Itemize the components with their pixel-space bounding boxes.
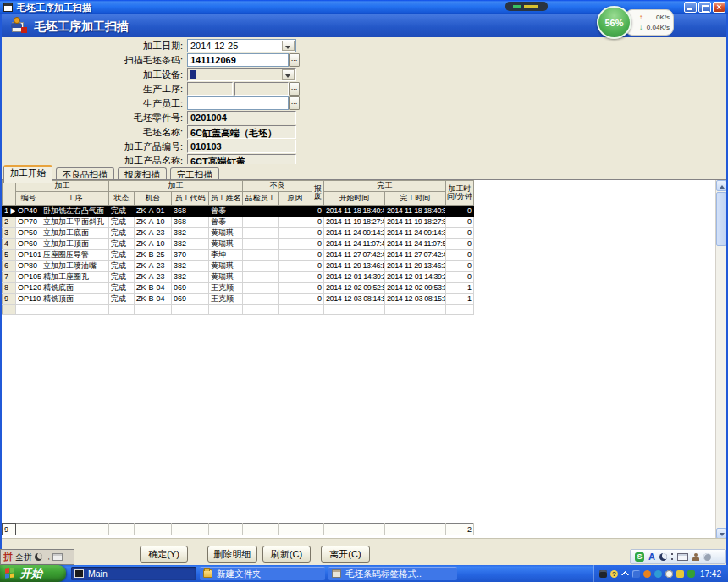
- tray-windows-icon[interactable]: [632, 570, 640, 578]
- cell-proc_code[interactable]: OP60: [16, 239, 41, 250]
- cell-machine[interactable]: ZK-A-23: [135, 261, 172, 272]
- tray-help-icon[interactable]: ?: [610, 570, 618, 578]
- cell-minutes[interactable]: 0: [446, 228, 474, 239]
- cell-emp_code[interactable]: 368: [172, 217, 209, 228]
- cell-qc[interactable]: [243, 283, 279, 294]
- cell-proc[interactable]: [41, 305, 109, 315]
- cell-qc[interactable]: [243, 250, 279, 261]
- cell-proc_code[interactable]: OP50: [16, 228, 41, 239]
- memory-gauge-ball[interactable]: 56%: [597, 6, 631, 39]
- cell-end[interactable]: 2014-11-24 11:07:52: [385, 239, 446, 250]
- cell-proc_code[interactable]: [16, 305, 41, 315]
- cell-reason[interactable]: [279, 239, 312, 250]
- cell-start[interactable]: 2014-11-29 13:46:10: [324, 261, 385, 272]
- table-row[interactable]: 2OP70立加加工平面斜孔完成ZK-A-10368曾泰02014-11-19 1…: [3, 217, 474, 228]
- cell-end[interactable]: [385, 305, 446, 315]
- cell-scrap[interactable]: 0: [312, 261, 324, 272]
- cell-machine[interactable]: [135, 305, 172, 315]
- cell-emp_code[interactable]: 382: [172, 228, 209, 239]
- cell-proc_code[interactable]: OP101: [16, 250, 41, 261]
- barcode-browse-button[interactable]: ...: [289, 53, 300, 67]
- cell-minutes[interactable]: 0: [446, 250, 474, 261]
- cell-proc[interactable]: 立加加工顶面: [41, 239, 109, 250]
- cell-minutes[interactable]: 0: [446, 217, 474, 228]
- cell-proc[interactable]: 卧加铣左右凸气面: [41, 206, 109, 217]
- tray-keyboard-icon[interactable]: [599, 570, 607, 578]
- cell-proc_code[interactable]: OP40: [16, 206, 41, 217]
- refresh-button[interactable]: 刷新(C): [262, 546, 311, 563]
- cell-end[interactable]: 2014-12-02 09:53:05: [385, 283, 446, 294]
- cell-scrap[interactable]: 0: [312, 283, 324, 294]
- ime-punct-icon[interactable]: ·‚: [45, 553, 50, 561]
- table-row[interactable]: 9OP110精铣顶面完成ZK-B-04069王克顺02014-12-03 08:…: [3, 294, 474, 305]
- cell-emp_code[interactable]: 069: [172, 283, 209, 294]
- cell-proc_code[interactable]: OP80: [16, 261, 41, 272]
- cell-start[interactable]: 2014-12-01 14:39:22: [324, 272, 385, 283]
- cell-scrap[interactable]: [312, 305, 324, 315]
- cell-reason[interactable]: [279, 206, 312, 217]
- lang-a-icon[interactable]: A: [648, 552, 655, 562]
- cell-emp_name[interactable]: 黄瑞琪: [209, 239, 243, 250]
- cell-proc_code[interactable]: OP110: [16, 294, 41, 305]
- leave-button[interactable]: 离开(C): [321, 546, 370, 563]
- cell-qc[interactable]: [243, 206, 279, 217]
- cell-machine[interactable]: ZK-A-01: [135, 206, 172, 217]
- cell-proc[interactable]: 压座圈压导管: [41, 250, 109, 261]
- start-button[interactable]: 开始: [0, 565, 66, 582]
- cell-emp_name[interactable]: [209, 305, 243, 315]
- cell-reason[interactable]: [279, 272, 312, 283]
- cell-emp_code[interactable]: 370: [172, 250, 209, 261]
- cell-status[interactable]: 完成: [109, 283, 135, 294]
- cell-minutes[interactable]: 0: [446, 206, 474, 217]
- process-browse-button[interactable]: ...: [289, 82, 300, 96]
- cell-minutes[interactable]: 0: [446, 239, 474, 250]
- cell-minutes[interactable]: 0: [446, 272, 474, 283]
- cell-proc[interactable]: 精加工座圈孔: [41, 272, 109, 283]
- tray-clock-icon[interactable]: [665, 570, 673, 578]
- cell-status[interactable]: 完成: [109, 294, 135, 305]
- process-date-combobox[interactable]: 2014-12-25: [187, 39, 296, 52]
- cell-emp_code[interactable]: 382: [172, 261, 209, 272]
- restore-button[interactable]: [698, 2, 711, 13]
- cell-qc[interactable]: [243, 305, 279, 315]
- cell-scrap[interactable]: 0: [312, 217, 324, 228]
- tray-expand-icon[interactable]: [621, 570, 630, 579]
- cell-end[interactable]: 2014-11-29 13:46:26: [385, 261, 446, 272]
- process-code-field[interactable]: [187, 82, 233, 96]
- tab-process-start[interactable]: 加工开始: [3, 165, 52, 183]
- cell-reason[interactable]: [279, 228, 312, 239]
- taskbar-item-main[interactable]: Main: [71, 567, 196, 580]
- table-row[interactable]: 8OP120精铣底面完成ZK-B-04069王克顺02014-12-02 09:…: [3, 283, 474, 294]
- cell-scrap[interactable]: 0: [312, 250, 324, 261]
- cell-emp_name[interactable]: 王克顺: [209, 283, 243, 294]
- cell-start[interactable]: [324, 305, 385, 315]
- cell-status[interactable]: 完成: [109, 250, 135, 261]
- cell-scrap[interactable]: 0: [312, 206, 324, 217]
- cell-reason[interactable]: [279, 250, 312, 261]
- table-row[interactable]: 3OP50立加加工底面完成ZK-A-23382黄瑞琪02014-11-24 09…: [3, 228, 474, 239]
- ime-softkeyboard-icon[interactable]: [52, 553, 63, 561]
- cell-qc[interactable]: [243, 239, 279, 250]
- cell-start[interactable]: 2014-11-24 09:14:26: [324, 228, 385, 239]
- ime-logo-icon[interactable]: 拼: [3, 551, 13, 563]
- cell-num[interactable]: 3: [3, 228, 16, 239]
- taskbar-item-folder[interactable]: 新建文件夹: [200, 567, 325, 580]
- cell-status[interactable]: 完成: [109, 272, 135, 283]
- cell-machine[interactable]: ZK-B-25: [135, 250, 172, 261]
- minimize-button[interactable]: [684, 2, 697, 13]
- ime-fullhalf-icon[interactable]: [35, 553, 42, 561]
- cell-proc[interactable]: 立加加工喷油嘴: [41, 261, 109, 272]
- cell-emp_name[interactable]: 黄瑞琪: [209, 272, 243, 283]
- cell-reason[interactable]: [279, 261, 312, 272]
- cell-start[interactable]: 2014-11-19 18:27:49: [324, 217, 385, 228]
- lang-moon-icon[interactable]: [659, 553, 667, 561]
- cell-proc[interactable]: 立加加工平面斜孔: [41, 217, 109, 228]
- ime-mode-label[interactable]: 全拼: [15, 552, 32, 563]
- cell-emp_name[interactable]: 曾泰: [209, 217, 243, 228]
- cell-proc[interactable]: 精铣底面: [41, 283, 109, 294]
- cell-end[interactable]: 2014-12-03 08:15:06: [385, 294, 446, 305]
- cell-end[interactable]: 2014-11-18 18:40:59: [385, 206, 446, 217]
- cell-machine[interactable]: ZK-A-23: [135, 272, 172, 283]
- table-row[interactable]: 4OP60立加加工顶面完成ZK-A-10382黄瑞琪02014-11-24 11…: [3, 239, 474, 250]
- cell-reason[interactable]: [279, 283, 312, 294]
